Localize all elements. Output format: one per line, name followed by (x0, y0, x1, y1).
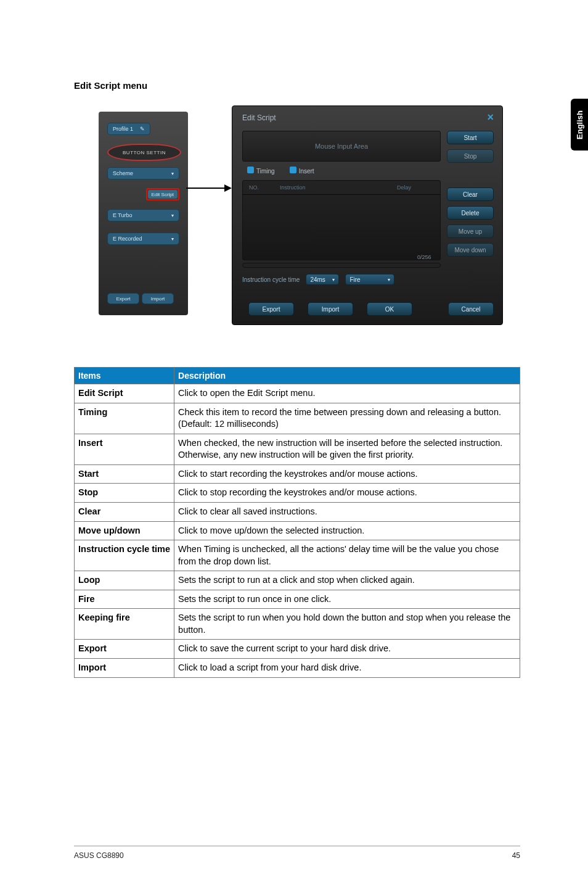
checkbox-icon (247, 167, 254, 173)
table-item: Insert (75, 434, 174, 464)
table-desc: Sets the script to run at a click and st… (174, 571, 520, 590)
move-up-button[interactable]: Move up (447, 225, 494, 238)
fire-mode-dropdown[interactable]: Fire ▾ (345, 274, 394, 285)
chevron-down-icon: ▾ (171, 236, 174, 242)
delete-button[interactable]: Delete (447, 206, 494, 220)
table-row: ExportClick to save the current script t… (75, 640, 520, 659)
edit-script-dialog: Edit Script × Mouse Input Area Timing In… (232, 105, 503, 325)
table-row: Keeping fireSets the script to run when … (75, 609, 520, 640)
start-button[interactable]: Start (447, 131, 494, 144)
scheme-label: Scheme (113, 170, 133, 176)
table-row: Edit ScriptClick to open the Edit Script… (75, 384, 520, 403)
instruction-counter: 0/256 (417, 254, 431, 260)
table-item: Stop (75, 484, 174, 503)
table-head-description: Description (174, 368, 520, 384)
table-item: Edit Script (75, 384, 174, 403)
table-item: Start (75, 464, 174, 484)
col-delay: Delay (397, 184, 434, 191)
table-item: Move up/down (75, 521, 174, 540)
mouse-input-area[interactable]: Mouse Input Area (242, 131, 441, 162)
turbo-selector[interactable]: E Turbo ▾ (107, 209, 179, 221)
scheme-selector[interactable]: Scheme ▾ (107, 167, 179, 179)
table-desc: Sets the script to run once in one click… (174, 590, 520, 609)
settings-panel: Profile 1 ✎ BUTTON SETTIN Scheme ▾ Edit … (99, 112, 188, 315)
footer-page-number: 45 (512, 851, 520, 860)
scrollbar[interactable] (242, 263, 441, 268)
table-item: Loop (75, 571, 174, 590)
language-label: English (575, 110, 584, 139)
panel-import-button[interactable]: Import (142, 293, 174, 304)
arrow-head-icon (224, 184, 232, 192)
table-row: Move up/downClick to move up/down the se… (75, 521, 520, 540)
table-item: Keeping fire (75, 609, 174, 640)
timing-check-label: Timing (256, 168, 275, 175)
instruction-list: NO. Instruction Delay (242, 180, 441, 260)
chevron-down-icon: ▾ (171, 213, 174, 218)
table-desc: Click to clear all saved instructions. (174, 502, 520, 521)
col-no: NO. (249, 184, 280, 191)
section-heading: Edit Script menu (74, 80, 520, 91)
table-desc: When Timing is unchecked, all the action… (174, 540, 520, 571)
stop-button[interactable]: Stop (447, 149, 494, 163)
chevron-down-icon: ▾ (332, 277, 335, 283)
table-desc: Click to stop recording the keystrokes a… (174, 484, 520, 503)
cycle-time-dropdown[interactable]: 24ms ▾ (306, 274, 339, 285)
table-row: ClearClick to clear all saved instructio… (75, 502, 520, 521)
insert-checkbox[interactable]: Insert (290, 167, 314, 175)
table-row: ImportClick to load a script from your h… (75, 659, 520, 678)
close-icon[interactable]: × (487, 111, 494, 124)
screenshot-figure: Profile 1 ✎ BUTTON SETTIN Scheme ▾ Edit … (99, 105, 505, 328)
panel-export-button[interactable]: Export (107, 293, 139, 304)
arrow-line (186, 188, 226, 189)
table-row: FireSets the script to run once in one c… (75, 590, 520, 609)
dialog-bottom-buttons: Export Import OK (248, 302, 412, 316)
table-row: TimingCheck this item to record the time… (75, 403, 520, 434)
table-desc: Check this item to record the time betwe… (174, 403, 520, 434)
table-row: StopClick to stop recording the keystrok… (75, 484, 520, 503)
table-item: Export (75, 640, 174, 659)
page-footer: ASUS CG8890 45 (74, 846, 520, 860)
turbo-label: E Turbo (113, 212, 133, 218)
clear-button[interactable]: Clear (447, 188, 494, 201)
export-button[interactable]: Export (248, 302, 294, 316)
move-down-button[interactable]: Move down (447, 243, 494, 257)
table-row: StartClick to start recording the keystr… (75, 464, 520, 484)
badge-text: BUTTON SETTIN (123, 150, 166, 155)
timing-checkbox[interactable]: Timing (247, 167, 275, 175)
col-instruction: Instruction (280, 184, 397, 191)
table-desc: When checked, the new instruction will b… (174, 434, 520, 464)
cycle-time-row: Instruction cycle time 24ms ▾ Fire ▾ (242, 274, 394, 285)
dialog-title: Edit Script (242, 113, 276, 122)
recorded-label: E Recorded (113, 236, 142, 242)
profile-selector[interactable]: Profile 1 ✎ (107, 123, 150, 135)
insert-check-label: Insert (299, 168, 314, 175)
ok-button[interactable]: OK (367, 302, 412, 316)
footer-model: ASUS CG8890 (74, 851, 124, 860)
chevron-down-icon: ▾ (171, 171, 174, 176)
cycle-time-value: 24ms (310, 276, 325, 283)
chevron-down-icon: ▾ (388, 277, 390, 283)
checkbox-icon (290, 167, 296, 173)
recorded-selector[interactable]: E Recorded ▾ (107, 233, 179, 245)
edit-script-highlight: Edit Script (146, 188, 179, 200)
checkbox-row: Timing Insert (247, 167, 314, 175)
cancel-button[interactable]: Cancel (448, 302, 494, 316)
table-item: Fire (75, 590, 174, 609)
table-desc: Click to open the Edit Script menu. (174, 384, 520, 403)
profile-label: Profile 1 (113, 126, 133, 132)
edit-script-option[interactable]: Edit Script (148, 190, 178, 199)
list-header: NO. Instruction Delay (243, 181, 440, 195)
description-table: Items Description Edit ScriptClick to op… (74, 367, 520, 678)
table-desc: Click to save the current script to your… (174, 640, 520, 659)
table-item: Instruction cycle time (75, 540, 174, 571)
table-item: Clear (75, 502, 174, 521)
language-tab: English (571, 99, 588, 151)
import-button[interactable]: Import (308, 302, 353, 316)
table-row: Instruction cycle timeWhen Timing is unc… (75, 540, 520, 571)
table-desc: Sets the script to run when you hold dow… (174, 609, 520, 640)
table-desc: Click to start recording the keystrokes … (174, 464, 520, 484)
table-desc: Click to move up/down the selected instr… (174, 521, 520, 540)
dialog-right-buttons: Start Stop Clear Delete Move up Move dow… (447, 131, 494, 257)
table-item: Import (75, 659, 174, 678)
table-desc: Click to load a script from your hard di… (174, 659, 520, 678)
